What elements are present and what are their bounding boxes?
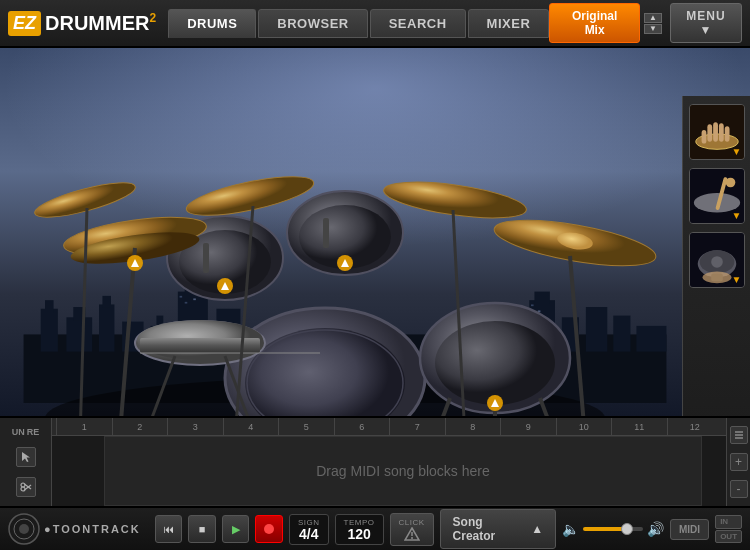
- drum-thumb-snare[interactable]: ▼: [689, 168, 745, 224]
- svg-point-107: [19, 524, 29, 534]
- logo-name: DRUMMER2: [45, 11, 156, 35]
- toontrack-logo: ●TOONTRACK: [8, 513, 141, 545]
- logo-ez: EZ: [8, 11, 41, 36]
- zoom-in-btn[interactable]: +: [730, 453, 748, 471]
- svg-rect-70: [203, 243, 209, 273]
- ruler-mark-1: 1: [56, 418, 112, 435]
- top-bar: EZ DRUMMER2 DRUMS BroWSER SEARCH MIXER O…: [0, 0, 750, 48]
- stop-icon: ■: [199, 523, 206, 535]
- zoom-out-icon: -: [737, 482, 741, 496]
- record-dot: [264, 524, 274, 534]
- track-area[interactable]: Drag MIDI song blocks here: [104, 436, 702, 506]
- hamburger-btn[interactable]: [730, 426, 748, 444]
- svg-rect-86: [724, 126, 729, 141]
- rewind-icon: ⏮: [163, 523, 174, 535]
- bottom-bar: ●TOONTRACK ⏮ ■ ▶ Sign 4/4 Tempo 120 Clic…: [0, 506, 750, 550]
- ruler-mark-6: 6: [334, 418, 390, 435]
- svg-point-96: [711, 256, 723, 268]
- zoom-out-btn[interactable]: -: [730, 480, 748, 498]
- song-creator-button[interactable]: Song Creator ▲: [440, 509, 556, 549]
- ruler: 1 2 3 4 5 6 7 8 9 10 11 12: [52, 418, 726, 436]
- mix-arrow-down[interactable]: ▼: [644, 24, 662, 34]
- ruler-mark-11: 11: [611, 418, 667, 435]
- redo-label[interactable]: RE: [27, 427, 40, 437]
- record-button[interactable]: [255, 515, 283, 543]
- menu-button[interactable]: MENU ▼: [670, 3, 742, 43]
- svg-point-97: [702, 272, 731, 284]
- seq-left-controls: UN RE: [0, 418, 52, 506]
- svg-point-110: [411, 537, 413, 539]
- undo-redo-group: UN RE: [12, 427, 40, 437]
- click-label: Click: [399, 518, 425, 527]
- volume-max-icon: 🔊: [647, 521, 664, 537]
- ruler-mark-2: 2: [112, 418, 168, 435]
- ruler-mark-7: 7: [389, 418, 445, 435]
- toontrack-text: ●TOONTRACK: [44, 523, 141, 535]
- select-tool-btn[interactable]: [16, 447, 36, 467]
- volume-area: 🔈 🔊: [562, 521, 664, 537]
- svg-rect-87: [701, 130, 706, 144]
- scissors-tool-btn[interactable]: [16, 477, 36, 497]
- drag-midi-text: Drag MIDI song blocks here: [316, 463, 490, 479]
- ruler-mark-12: 12: [667, 418, 723, 435]
- click-button[interactable]: Click: [390, 513, 434, 546]
- drum-kit-svg: [0, 48, 690, 448]
- svg-point-99: [21, 487, 25, 491]
- volume-slider[interactable]: [583, 527, 643, 531]
- ruler-mark-9: 9: [500, 418, 556, 435]
- svg-point-32: [435, 321, 555, 405]
- toontrack-circle-logo: [8, 513, 40, 545]
- volume-icon: 🔈: [562, 521, 579, 537]
- in-button[interactable]: IN: [715, 515, 742, 529]
- ruler-mark-3: 3: [167, 418, 223, 435]
- drum-thumb-piece[interactable]: ▼: [689, 232, 745, 288]
- stop-button[interactable]: ■: [188, 515, 216, 543]
- svg-rect-71: [323, 218, 329, 248]
- nav-tabs: DRUMS BroWSER SEARCH MIXER: [168, 9, 549, 38]
- ruler-mark-4: 4: [223, 418, 279, 435]
- svg-point-91: [725, 178, 735, 188]
- thumb-arrow-snare: ▼: [732, 210, 742, 221]
- tab-browser[interactable]: BroWSER: [258, 9, 367, 38]
- undo-label[interactable]: UN: [12, 427, 25, 437]
- tab-drums[interactable]: DRUMS: [168, 9, 256, 38]
- ruler-mark-10: 10: [556, 418, 612, 435]
- timeline: 1 2 3 4 5 6 7 8 9 10 11 12 Drag MIDI son…: [52, 418, 726, 506]
- sequencer-area: UN RE 1 2 3 4 5 6 7 8 9: [0, 416, 750, 506]
- tab-mixer[interactable]: MIXER: [468, 9, 550, 38]
- mix-arrows: ▲ ▼: [644, 13, 662, 34]
- drum-area: ▼ ▼ ▼: [0, 48, 750, 458]
- original-mix-button[interactable]: Original Mix: [549, 3, 640, 43]
- drum-thumb-cymbal[interactable]: ▼: [689, 104, 745, 160]
- ruler-mark-8: 8: [445, 418, 501, 435]
- svg-point-98: [21, 483, 25, 487]
- play-button[interactable]: ▶: [222, 515, 250, 543]
- midi-button[interactable]: MIDI: [670, 519, 709, 540]
- click-icon: [404, 527, 420, 541]
- sign-value: 4/4: [299, 527, 318, 541]
- tempo-box[interactable]: Tempo 120: [335, 514, 384, 545]
- svg-rect-85: [718, 123, 723, 141]
- zoom-in-icon: +: [735, 455, 742, 469]
- out-button[interactable]: OUT: [715, 530, 742, 544]
- right-panel: ▼ ▼ ▼: [682, 96, 750, 458]
- tab-search[interactable]: SEARCH: [370, 9, 466, 38]
- mix-arrow-up[interactable]: ▲: [644, 13, 662, 23]
- app-logo: EZ DRUMMER2: [8, 11, 156, 36]
- svg-rect-83: [707, 124, 712, 141]
- play-icon: ▶: [232, 523, 240, 536]
- rewind-button[interactable]: ⏮: [155, 515, 183, 543]
- thumb-arrow-cymbal: ▼: [732, 146, 742, 157]
- song-creator-label: Song Creator: [453, 515, 528, 543]
- tempo-value: 120: [347, 527, 370, 541]
- volume-knob[interactable]: [621, 523, 633, 535]
- ruler-mark-5: 5: [278, 418, 334, 435]
- seq-right-controls: + -: [726, 418, 750, 506]
- svg-rect-84: [713, 122, 718, 141]
- in-out-buttons: IN OUT: [715, 515, 742, 543]
- thumb-arrow-piece: ▼: [732, 274, 742, 285]
- time-signature-box[interactable]: Sign 4/4: [289, 514, 329, 545]
- song-creator-arrow-icon: ▲: [531, 522, 543, 536]
